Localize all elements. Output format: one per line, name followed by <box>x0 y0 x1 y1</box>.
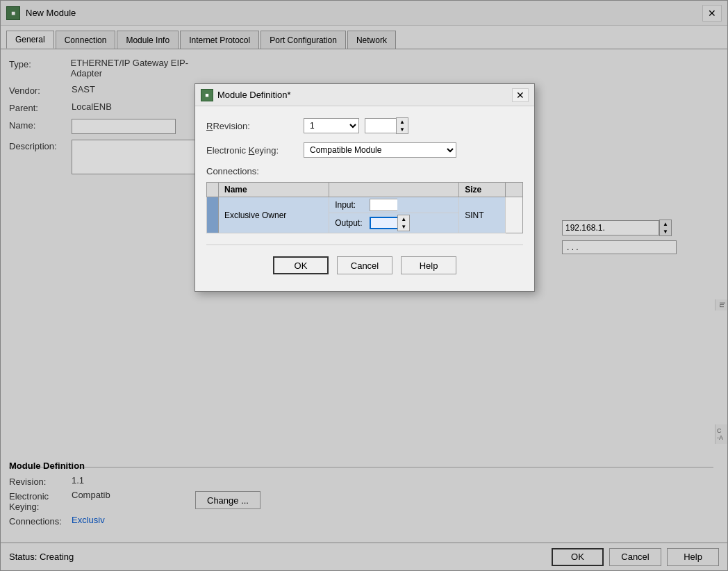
dialog-body: RRevision: 1 1 ▲ ▼ Electronic Keying: <box>195 106 534 291</box>
dialog-close-button[interactable]: ✕ <box>512 88 529 102</box>
input-row: Input: 80 <box>329 197 458 213</box>
input-value[interactable]: 80 <box>370 199 397 211</box>
revision-major-select[interactable]: 1 <box>304 118 359 133</box>
revision-field-row: RRevision: 1 1 ▲ ▼ <box>206 117 523 134</box>
dialog-divider <box>206 245 523 245</box>
revision-spin-down[interactable]: ▼ <box>397 126 408 133</box>
dialog-icon: ■ <box>201 89 213 101</box>
revision-spin-up[interactable]: ▲ <box>397 118 408 126</box>
output-spin-down[interactable]: ▼ <box>398 223 409 231</box>
row-indicator <box>207 197 219 233</box>
row-name: Exclusive Owner <box>219 197 329 233</box>
keying-select[interactable]: Compatible Module Exact Match Disable Ke… <box>304 142 456 158</box>
dialog-title: Module Definition* <box>217 90 512 100</box>
indicator-col-header <box>207 183 219 197</box>
input-label: Input: <box>335 200 370 210</box>
dialog-buttons: OK Cancel Help <box>206 256 523 280</box>
connections-section-label: Connections: <box>206 166 523 176</box>
revision-group: 1 1 ▲ ▼ <box>304 117 408 134</box>
revision-minor-input[interactable]: 1 <box>365 118 396 133</box>
revision-spin-btns: ▲ ▼ <box>396 117 408 134</box>
revision-field-label: RRevision: <box>206 121 304 131</box>
keying-field-label: Electronic Keying: <box>206 145 304 156</box>
dialog-ok-button[interactable]: OK <box>273 256 329 274</box>
output-spin-up[interactable]: ▲ <box>398 215 409 223</box>
keying-field-row: Electronic Keying: Compatible Module Exa… <box>206 142 523 158</box>
output-label: Output: <box>335 218 370 228</box>
row-type: SINT <box>459 197 505 233</box>
type-col-header <box>505 183 522 197</box>
size-cell: Input: 80 Output: 80 ▲ ▼ <box>329 197 459 233</box>
module-definition-dialog: ■ Module Definition* ✕ RRevision: 1 1 ▲ … <box>195 83 535 292</box>
output-value[interactable]: 80 <box>370 217 397 229</box>
table-row[interactable]: Exclusive Owner Input: 80 Output: 80 ▲ ▼ <box>207 197 523 233</box>
name-col-header: Name <box>219 183 329 197</box>
output-row: Output: 80 ▲ ▼ <box>329 213 458 233</box>
size-col-header <box>329 183 459 197</box>
dialog-cancel-button[interactable]: Cancel <box>337 256 392 274</box>
output-spin-btns: ▲ ▼ <box>397 215 410 231</box>
table-header-row: Name Size <box>207 183 523 197</box>
connections-table: Name Size Exclusive Owner Input: 80 <box>206 182 523 233</box>
dialog-titlebar: ■ Module Definition* ✕ <box>195 84 534 106</box>
size-col-header2: Size <box>459 183 505 197</box>
revision-minor-group: 1 ▲ ▼ <box>365 117 408 134</box>
dialog-help-button[interactable]: Help <box>401 256 456 274</box>
